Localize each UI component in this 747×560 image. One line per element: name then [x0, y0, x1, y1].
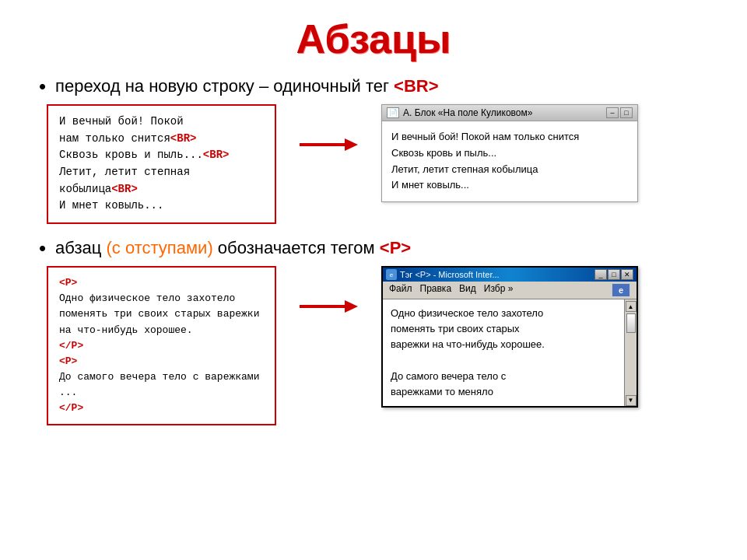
arrow2-icon [300, 297, 358, 316]
browser-titlebar-br: 📄 А. Блок «На поле Куликовом» – □ [382, 105, 637, 121]
bullet-dot-2: • [39, 238, 46, 258]
bullet-text-1: переход на новую строку – одиночный тег … [55, 76, 438, 96]
ie-restore-button[interactable]: □ [608, 269, 620, 280]
browser-window-br: 📄 А. Блок «На поле Куликовом» – □ И вечн… [381, 104, 638, 202]
browser-content-br: И вечный бой! Покой нам только снится Ск… [382, 121, 637, 201]
ie-title-left: e Тэг <P> - Microsoft Inter... [386, 269, 500, 280]
svg-marker-1 [345, 138, 358, 151]
code-box-p: <P> Одно физическое тело захотело поменя… [47, 266, 276, 425]
page-title: Абзацы [31, 16, 716, 62]
arrow1-container [300, 104, 358, 154]
code-box-br: И вечный бой! Покой нам только снится<BR… [47, 104, 276, 224]
page: Абзацы • переход на новую строку – одино… [0, 0, 747, 560]
ie-close-button[interactable]: ✕ [621, 269, 633, 280]
section1-panels: И вечный бой! Покой нам только снится<BR… [47, 104, 716, 224]
ie-content: Одно физическое тело захотело поменять т… [383, 299, 624, 406]
ie-titlebar: e Тэг <P> - Microsoft Inter... _ □ ✕ [383, 268, 637, 282]
ie-menu-favs[interactable]: Избр » [484, 283, 514, 297]
ie-menu-file[interactable]: Файл [389, 283, 412, 297]
ie-scrollbar[interactable]: ▲ ▼ [624, 299, 637, 406]
arrow1-icon [300, 135, 358, 154]
browser-title-left: 📄 А. Блок «На поле Куликовом» [387, 107, 532, 118]
scroll-down-button[interactable]: ▼ [626, 395, 637, 406]
bullet-line-1: • переход на новую строку – одиночный те… [39, 76, 716, 96]
ie-content-wrapper: Одно физическое тело захотело поменять т… [383, 299, 637, 406]
ie-menubar: Файл Правка Вид Избр » e [383, 282, 637, 299]
ie-logo-icon: e [612, 283, 630, 297]
p-tag-label: <P> [380, 238, 411, 257]
bullet-dot-1: • [39, 76, 46, 96]
bullet-line-2: • абзац (с отступами) обозначается тегом… [39, 238, 716, 258]
section2-panels: <P> Одно физическое тело захотело поменя… [47, 266, 716, 425]
scroll-thumb[interactable] [626, 313, 636, 333]
svg-marker-3 [345, 300, 358, 313]
ie-menu-edit[interactable]: Правка [420, 283, 452, 297]
browser-title-text: А. Блок «На поле Куликовом» [403, 107, 532, 118]
ie-title-text: Тэг <P> - Microsoft Inter... [400, 270, 500, 279]
browser-page-icon: 📄 [387, 107, 399, 118]
bullet-text-2: абзац (с отступами) обозначается тегом <… [55, 238, 411, 258]
minimize-button[interactable]: – [606, 107, 619, 118]
ie-minimize-button[interactable]: _ [594, 269, 607, 280]
ie-win-buttons: _ □ ✕ [594, 269, 633, 280]
restore-button[interactable]: □ [620, 107, 633, 118]
ie-app-icon: e [386, 269, 397, 280]
ie-window: e Тэг <P> - Microsoft Inter... _ □ ✕ Фай… [381, 266, 638, 408]
orange-text: (с отступами) [107, 238, 213, 257]
ie-menu-view[interactable]: Вид [459, 283, 476, 297]
br-tag-label: <BR> [394, 76, 438, 96]
arrow2-container [300, 266, 358, 316]
scroll-up-button[interactable]: ▲ [626, 301, 637, 312]
browser-win-buttons: – □ [606, 107, 633, 118]
